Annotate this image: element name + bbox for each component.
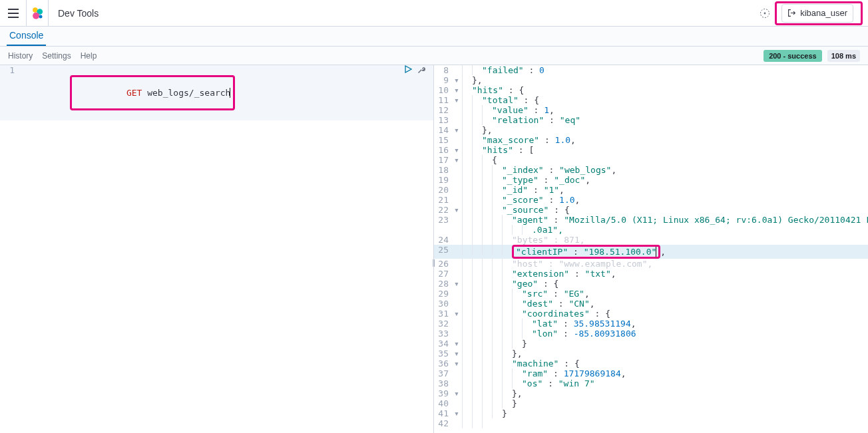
fold-toggle[interactable]: ▾ bbox=[454, 205, 462, 215]
hamburger-icon bbox=[8, 9, 19, 18]
response-line: 17▾{ bbox=[434, 155, 868, 165]
fold-toggle[interactable]: ▾ bbox=[454, 349, 462, 359]
line-number: 35 bbox=[434, 349, 454, 359]
status-badge: 200 - success bbox=[763, 50, 822, 62]
fold-toggle[interactable]: ▾ bbox=[454, 309, 462, 319]
response-line: 9▾}, bbox=[434, 75, 868, 85]
tab-console[interactable]: Console bbox=[7, 26, 46, 46]
response-line: 38"os" : "win 7" bbox=[434, 378, 868, 388]
svg-point-3 bbox=[39, 15, 43, 18]
settings-link[interactable]: Settings bbox=[42, 51, 71, 61]
line-number: 36 bbox=[434, 359, 454, 368]
line-number: 38 bbox=[434, 378, 454, 388]
exit-icon bbox=[787, 9, 796, 17]
line-number: 28 bbox=[434, 279, 454, 289]
fold-toggle[interactable]: ▾ bbox=[454, 408, 462, 418]
response-line: 18"_index" : "web_logs", bbox=[434, 165, 868, 175]
wrench-icon[interactable] bbox=[417, 65, 427, 73]
request-editor[interactable]: 1 GET web_logs/_search bbox=[0, 65, 434, 433]
request-line[interactable]: 1 GET web_logs/_search bbox=[0, 65, 433, 120]
response-line: 32"lat" : 35.98531194, bbox=[434, 319, 868, 329]
line-number: 41 bbox=[434, 408, 454, 418]
response-line: 41▾} bbox=[434, 408, 868, 418]
newsfeed-button[interactable] bbox=[755, 0, 775, 27]
line-number: 25 bbox=[434, 245, 454, 255]
line-number: 19 bbox=[434, 175, 454, 185]
fold-toggle[interactable]: ▾ bbox=[454, 85, 462, 95]
response-line: 15"max_score" : 1.0, bbox=[434, 135, 868, 145]
request-highlight-annotation: GET web_logs/_search bbox=[70, 75, 236, 110]
fold-toggle[interactable]: ▾ bbox=[454, 359, 462, 368]
line-number: 40 bbox=[434, 398, 454, 408]
line-number: 39 bbox=[434, 388, 454, 398]
user-highlight-annotation: kibana_user bbox=[775, 1, 863, 25]
line-number: 37 bbox=[434, 368, 454, 378]
line-number: 42 bbox=[434, 418, 454, 428]
fold-toggle[interactable]: ▾ bbox=[454, 75, 462, 85]
history-link[interactable]: History bbox=[8, 51, 33, 61]
svg-point-2 bbox=[33, 12, 39, 19]
line-number: 12 bbox=[434, 105, 454, 115]
menu-toggle[interactable] bbox=[0, 0, 27, 27]
line-number: 23 bbox=[434, 215, 454, 225]
global-header: Dev Tools kibana_user bbox=[0, 0, 868, 27]
fold-toggle[interactable]: ▾ bbox=[454, 388, 462, 398]
line-number: 16 bbox=[434, 145, 454, 155]
request-method: GET bbox=[126, 88, 142, 98]
request-path: web_logs/_search bbox=[147, 88, 230, 98]
response-viewer[interactable]: 8"failed" : 09▾},10▾"hits" : {11▾"total"… bbox=[434, 65, 868, 433]
fold-toggle[interactable]: ▾ bbox=[454, 145, 462, 155]
console-toolbar: History Settings Help 200 - success 108 … bbox=[0, 47, 868, 65]
line-number: 31 bbox=[434, 309, 454, 319]
fold-toggle[interactable]: ▾ bbox=[454, 95, 462, 105]
line-number: 27 bbox=[434, 269, 454, 279]
response-line: 12"value" : 1, bbox=[434, 105, 868, 115]
line-number: 1 bbox=[0, 65, 20, 75]
elastic-logo-icon bbox=[31, 7, 44, 20]
fold-toggle[interactable]: ▾ bbox=[454, 125, 462, 135]
line-number: 11 bbox=[434, 95, 454, 105]
response-line: 27"extension" : "txt", bbox=[434, 269, 868, 279]
response-line: 23"agent" : "Mozilla/5.0 (X11; Linux x86… bbox=[434, 215, 868, 225]
response-line: 37"ram" : 17179869184, bbox=[434, 368, 868, 378]
fold-toggle[interactable]: ▾ bbox=[454, 155, 462, 165]
line-number: 8 bbox=[434, 65, 454, 75]
fold-toggle[interactable]: ▾ bbox=[454, 339, 462, 349]
response-line: 19"_type" : "_doc", bbox=[434, 175, 868, 185]
line-number: 13 bbox=[434, 115, 454, 125]
response-line: .0a1", bbox=[434, 225, 868, 235]
response-line: 42 bbox=[434, 418, 868, 428]
response-line: 10▾"hits" : { bbox=[434, 85, 868, 95]
line-number: 18 bbox=[434, 165, 454, 175]
response-line: 31▾"coordinates" : { bbox=[434, 309, 868, 319]
response-line: 22▾"_source" : { bbox=[434, 205, 868, 215]
fold-toggle[interactable]: ▾ bbox=[454, 279, 462, 289]
response-line: 8"failed" : 0 bbox=[434, 65, 868, 75]
response-line: 28▾"geo" : { bbox=[434, 279, 868, 289]
app-logo[interactable] bbox=[27, 0, 49, 27]
line-number: 24 bbox=[434, 235, 454, 245]
latency-badge: 108 ms bbox=[827, 50, 860, 62]
line-number: 15 bbox=[434, 135, 454, 145]
line-number: 20 bbox=[434, 185, 454, 195]
response-line: 33"lon" : -85.80931806 bbox=[434, 329, 868, 339]
response-line: 11▾"total" : { bbox=[434, 95, 868, 105]
response-line: 20"_id" : "1", bbox=[434, 185, 868, 195]
response-line: 14▾}, bbox=[434, 125, 868, 135]
response-line: 24"bytes" : 871, bbox=[434, 235, 868, 245]
line-number: 10 bbox=[434, 85, 454, 95]
response-line: 30"dest" : "CN", bbox=[434, 299, 868, 309]
help-link[interactable]: Help bbox=[81, 51, 97, 61]
response-line: 25"clientIP" : "198.51.100.0", bbox=[434, 245, 868, 259]
line-number: 21 bbox=[434, 195, 454, 205]
play-icon[interactable] bbox=[404, 65, 412, 73]
response-line: 21"_score" : 1.0, bbox=[434, 195, 868, 205]
user-menu[interactable]: kibana_user bbox=[781, 4, 853, 23]
response-line: 40} bbox=[434, 398, 868, 408]
response-line: 34▾} bbox=[434, 339, 868, 349]
response-line: 35▾}, bbox=[434, 349, 868, 359]
clientip-highlight-annotation: "clientIP" : "198.51.100.0" bbox=[512, 245, 660, 259]
editor-panes: ‖ 1 GET web_logs/_search 8"failed" : 09▾… bbox=[0, 65, 868, 433]
svg-point-5 bbox=[764, 12, 766, 14]
breadcrumb[interactable]: Dev Tools bbox=[49, 8, 108, 19]
